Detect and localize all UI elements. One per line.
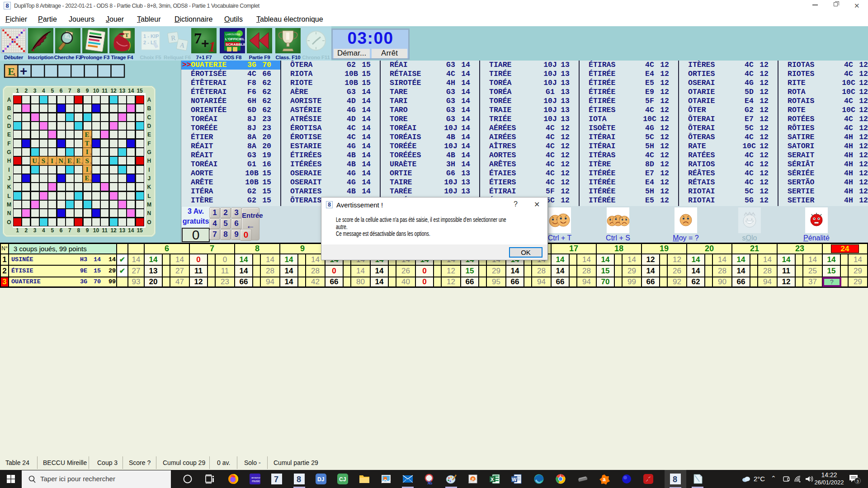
svg-text:G: G	[147, 149, 151, 155]
svg-text:D: D	[147, 123, 151, 129]
svg-text:L'OFFICIEL: L'OFFICIEL	[225, 37, 245, 41]
svg-text:D: D	[7, 123, 11, 129]
svg-text:7: 7	[68, 88, 71, 94]
svg-text:M: M	[7, 202, 11, 208]
svg-text:F: F	[147, 141, 151, 147]
svg-text:9: 9	[86, 88, 89, 94]
svg-text:1: 1	[14, 72, 16, 77]
svg-text:14: 14	[128, 88, 134, 94]
svg-text:8: 8	[77, 227, 80, 234]
svg-text:DJ: DJ	[317, 476, 324, 483]
svg-text:amazon: amazon	[251, 476, 260, 479]
svg-text:L: L	[7, 193, 10, 199]
svg-text:+: +	[201, 36, 209, 51]
svg-text:7: 7	[68, 227, 71, 234]
svg-text:7: 7	[274, 475, 278, 484]
svg-text:15: 15	[137, 88, 143, 94]
svg-text:12: 12	[110, 227, 117, 234]
svg-text:S: S	[42, 157, 45, 164]
svg-text:H: H	[147, 158, 151, 164]
svg-text:4: 4	[42, 227, 45, 234]
svg-text:N: N	[7, 210, 11, 216]
svg-text:2: 2	[24, 227, 28, 234]
svg-text:5: 5	[51, 88, 54, 94]
svg-text:T: T	[85, 140, 90, 147]
svg-text:S: S	[85, 157, 89, 164]
svg-text:A: A	[147, 97, 151, 103]
svg-text:7: 7	[194, 30, 202, 47]
svg-text:3: 3	[33, 88, 37, 94]
svg-text:1 - KIP: 1 - KIP	[143, 33, 159, 39]
svg-text:J: J	[8, 175, 11, 182]
svg-text:5: 5	[51, 227, 54, 234]
svg-text:8: 8	[77, 88, 80, 94]
svg-text:I: I	[8, 167, 9, 173]
svg-text:E: E	[147, 131, 151, 138]
svg-text:C: C	[7, 114, 11, 121]
svg-text:O: O	[147, 219, 151, 225]
svg-text:10: 10	[93, 88, 99, 94]
svg-text:W: W	[512, 477, 517, 482]
svg-text:E: E	[76, 157, 80, 164]
svg-text:13: 13	[119, 227, 126, 234]
svg-text:15: 15	[137, 227, 143, 234]
svg-text:I: I	[86, 166, 89, 173]
svg-text:14: 14	[128, 227, 134, 234]
svg-text:U: U	[32, 157, 37, 164]
svg-text:T: T	[125, 32, 129, 38]
svg-text:6: 6	[60, 88, 63, 94]
svg-text:O: O	[7, 219, 11, 225]
svg-text:a: a	[603, 476, 606, 483]
svg-text:LAROUSSE: LAROUSSE	[226, 33, 241, 36]
svg-text:11: 11	[102, 88, 108, 94]
svg-text:1: 1	[208, 38, 216, 53]
svg-text:B: B	[7, 105, 11, 112]
svg-text:A: A	[7, 97, 11, 103]
svg-text:J: J	[148, 175, 151, 182]
svg-text:8: 8	[297, 475, 301, 484]
svg-text:4: 4	[42, 88, 45, 94]
svg-text:2: 2	[24, 88, 28, 94]
svg-text:G: G	[7, 149, 11, 155]
svg-text:12: 12	[110, 88, 117, 94]
svg-text:1: 1	[16, 88, 19, 94]
svg-text:K: K	[7, 184, 11, 190]
svg-text:I: I	[86, 148, 89, 155]
svg-text:13: 13	[119, 88, 126, 94]
svg-text:+: +	[20, 64, 27, 78]
svg-text:E: E	[85, 174, 90, 182]
svg-text:9: 9	[86, 227, 89, 234]
svg-text:K: K	[147, 184, 151, 190]
svg-text:N: N	[147, 210, 151, 216]
svg-text:C: C	[147, 114, 151, 121]
svg-text:3: 3	[857, 479, 859, 483]
svg-text:8: 8	[673, 475, 677, 484]
svg-text:H: H	[7, 158, 11, 164]
svg-text:I: I	[51, 157, 53, 164]
svg-text:X: X	[491, 477, 494, 482]
svg-text:11: 11	[102, 227, 108, 234]
svg-text:E: E	[7, 131, 11, 138]
svg-text:SCRABBLE: SCRABBLE	[226, 42, 245, 47]
svg-text:I: I	[148, 167, 150, 173]
svg-text:6: 6	[60, 227, 63, 234]
svg-text:B: B	[147, 105, 151, 112]
svg-text:CJ: CJ	[339, 476, 346, 483]
svg-text:1: 1	[16, 227, 19, 234]
svg-text:E: E	[85, 131, 90, 138]
svg-text:10: 10	[93, 227, 99, 234]
svg-text:L: L	[147, 193, 151, 199]
svg-text:F: F	[7, 141, 10, 147]
svg-text:M: M	[147, 202, 151, 208]
svg-text:3: 3	[33, 227, 37, 234]
svg-text:N: N	[58, 157, 63, 164]
svg-text:E: E	[67, 157, 72, 164]
svg-text:music: music	[252, 479, 260, 483]
